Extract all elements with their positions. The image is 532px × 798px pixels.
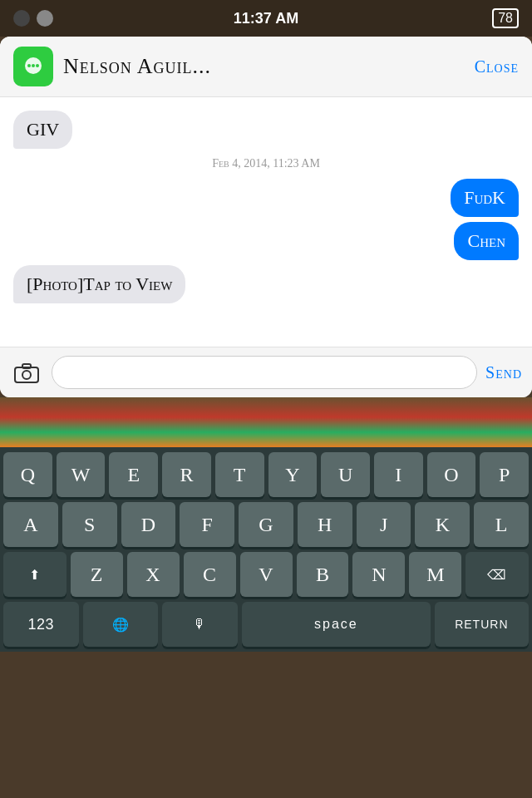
message-bubble-photo[interactable]: [Photo]Tap to View [13,265,519,303]
keyboard-row-3: ⬆ Z X C V B N M ⌫ [0,547,532,597]
status-time: 11:37 AM [234,10,298,27]
key-j[interactable]: J [357,502,411,547]
app-icon [13,47,53,86]
keyboard-row-4: 123 🌐 🎙 space return [0,597,532,652]
status-bar: 11:37 AM 78 [0,0,532,37]
number-key[interactable]: 123 [3,602,79,647]
key-g[interactable]: G [239,502,293,547]
key-z[interactable]: Z [71,552,123,597]
bubble-text: Chen [454,222,519,260]
svg-point-5 [22,371,31,379]
send-button[interactable]: Send [485,363,522,382]
close-button[interactable]: Close [475,57,519,76]
svg-rect-4 [15,367,38,382]
key-s[interactable]: S [62,502,117,547]
key-n[interactable]: N [352,552,405,597]
conversation-title: Nelson Aguil... [63,54,475,79]
key-m[interactable]: M [409,552,461,597]
messages-area: GIV Feb 4, 2014, 11:23 AM FudK Chen [Pho… [0,97,532,347]
key-l[interactable]: L [474,502,529,547]
svg-point-3 [36,64,39,67]
key-r[interactable]: R [162,452,211,497]
message-header: Nelson Aguil... Close [0,37,532,97]
key-b[interactable]: B [297,552,349,597]
key-e[interactable]: E [109,452,158,497]
wifi-icon [37,10,53,27]
microphone-key[interactable]: 🎙 [162,602,238,647]
battery-indicator: 78 [492,8,519,28]
key-w[interactable]: W [57,452,106,497]
key-q[interactable]: Q [3,452,52,497]
shift-key[interactable]: ⬆ [3,552,66,597]
message-bubble-chen: Chen [13,222,519,260]
keyboard: Q W E R T Y U I O P A S D F G H J K L ⬆ … [0,447,532,652]
input-area: Send [0,347,532,397]
key-h[interactable]: H [298,502,352,547]
key-c[interactable]: C [184,552,236,597]
key-f[interactable]: F [180,502,234,547]
key-t[interactable]: T [215,452,264,497]
space-key[interactable]: space [242,602,431,647]
keyboard-row-1: Q W E R T Y U I O P [0,447,532,497]
message-input[interactable] [52,356,477,389]
key-i[interactable]: I [374,452,423,497]
status-left-icons [13,10,53,27]
globe-key[interactable]: 🌐 [83,602,159,647]
timestamp: Feb 4, 2014, 11:23 AM [13,157,519,170]
message-bubble-giv: GIV [13,111,519,149]
message-bubble-fudk: FudK [13,179,519,217]
key-u[interactable]: U [321,452,370,497]
bubble-text[interactable]: [Photo]Tap to View [13,265,185,303]
signal-icon [13,10,30,27]
delete-key[interactable]: ⌫ [466,552,529,597]
key-x[interactable]: X [127,552,180,597]
key-d[interactable]: D [121,502,176,547]
key-o[interactable]: O [427,452,476,497]
key-a[interactable]: A [3,502,58,547]
svg-rect-6 [22,364,31,368]
bubble-text: FudK [451,179,519,217]
camera-button[interactable] [10,356,43,389]
svg-point-2 [32,64,35,67]
background-strip [0,397,532,447]
key-p[interactable]: P [480,452,529,497]
message-panel: Nelson Aguil... Close GIV Feb 4, 2014, 1… [0,37,532,397]
key-y[interactable]: Y [268,452,318,497]
bubble-text: GIV [13,111,72,149]
key-k[interactable]: K [415,502,470,547]
keyboard-row-2: A S D F G H J K L [0,497,532,547]
return-key[interactable]: return [435,602,529,647]
svg-point-1 [27,64,31,67]
key-v[interactable]: V [240,552,293,597]
